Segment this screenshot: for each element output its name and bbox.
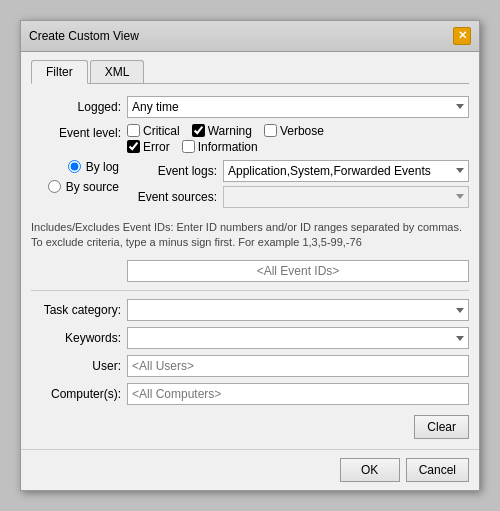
task-category-label: Task category: <box>31 303 121 317</box>
logged-select[interactable]: Any time <box>127 96 469 118</box>
clear-button[interactable]: Clear <box>414 415 469 439</box>
user-input[interactable] <box>127 355 469 377</box>
by-source-radio[interactable] <box>48 180 61 193</box>
by-log-radio[interactable] <box>68 160 81 173</box>
divider <box>31 290 469 291</box>
keywords-label: Keywords: <box>31 331 121 345</box>
level-error: Error <box>127 140 170 154</box>
error-label: Error <box>143 140 170 154</box>
user-row: User: <box>31 355 469 377</box>
by-source-label: By source <box>66 180 119 194</box>
logged-label: Logged: <box>31 100 121 114</box>
radio-col: By log By source <box>31 160 121 194</box>
event-level-row: Event level: Critical Warning Verbose <box>31 124 469 154</box>
keywords-row: Keywords: <box>31 327 469 349</box>
logged-control: Any time <box>127 96 469 118</box>
task-category-select[interactable] <box>127 299 469 321</box>
computer-label: Computer(s): <box>31 387 121 401</box>
computer-control <box>127 383 469 405</box>
dialog-title: Create Custom View <box>29 29 139 43</box>
event-level-grid: Critical Warning Verbose Error <box>127 124 324 154</box>
create-custom-view-dialog: Create Custom View ✕ Filter XML Logged: … <box>20 20 480 492</box>
critical-checkbox[interactable] <box>127 124 140 137</box>
user-label: User: <box>31 359 121 373</box>
description-text: Includes/Excludes Event IDs: Enter ID nu… <box>31 216 469 255</box>
event-logs-label: Event logs: <box>127 164 217 178</box>
task-category-control <box>127 299 469 321</box>
by-log-label: By log <box>86 160 119 174</box>
close-button[interactable]: ✕ <box>453 27 471 45</box>
event-logs-sources: Event logs: Application,System,Forwarded… <box>127 160 469 208</box>
level-verbose: Verbose <box>264 124 324 138</box>
keywords-select[interactable] <box>127 327 469 349</box>
event-level-row-2: Error Information <box>127 140 324 154</box>
keywords-control <box>127 327 469 349</box>
event-sources-select[interactable] <box>223 186 469 208</box>
event-sources-row: Event sources: <box>127 186 469 208</box>
event-logs-row: Event logs: Application,System,Forwarded… <box>127 160 469 182</box>
tab-filter[interactable]: Filter <box>31 60 88 84</box>
clear-row: Clear <box>31 415 469 439</box>
level-critical: Critical <box>127 124 180 138</box>
warning-label: Warning <box>208 124 252 138</box>
cancel-button[interactable]: Cancel <box>406 458 469 482</box>
title-bar: Create Custom View ✕ <box>21 21 479 52</box>
event-level-row-1: Critical Warning Verbose <box>127 124 324 138</box>
ok-button[interactable]: OK <box>340 458 400 482</box>
information-checkbox[interactable] <box>182 140 195 153</box>
by-source-radio-item: By source <box>48 180 119 194</box>
event-id-input[interactable] <box>127 260 469 282</box>
bottom-buttons: OK Cancel <box>21 449 479 490</box>
error-checkbox[interactable] <box>127 140 140 153</box>
event-id-row <box>31 260 469 282</box>
task-category-row: Task category: <box>31 299 469 321</box>
information-label: Information <box>198 140 258 154</box>
computer-row: Computer(s): <box>31 383 469 405</box>
verbose-label: Verbose <box>280 124 324 138</box>
user-control <box>127 355 469 377</box>
event-level-label: Event level: <box>31 124 121 140</box>
computer-input[interactable] <box>127 383 469 405</box>
level-information: Information <box>182 140 258 154</box>
warning-checkbox[interactable] <box>192 124 205 137</box>
tab-bar: Filter XML <box>31 60 469 84</box>
logged-row: Logged: Any time <box>31 96 469 118</box>
event-sources-label: Event sources: <box>127 190 217 204</box>
by-log-radio-item: By log <box>68 160 119 174</box>
dialog-body: Filter XML Logged: Any time Event level:… <box>21 52 479 450</box>
log-source-section: By log By source Event logs: Application… <box>31 160 469 208</box>
tab-xml[interactable]: XML <box>90 60 145 83</box>
verbose-checkbox[interactable] <box>264 124 277 137</box>
level-warning: Warning <box>192 124 252 138</box>
event-logs-select[interactable]: Application,System,Forwarded Events <box>223 160 469 182</box>
critical-label: Critical <box>143 124 180 138</box>
